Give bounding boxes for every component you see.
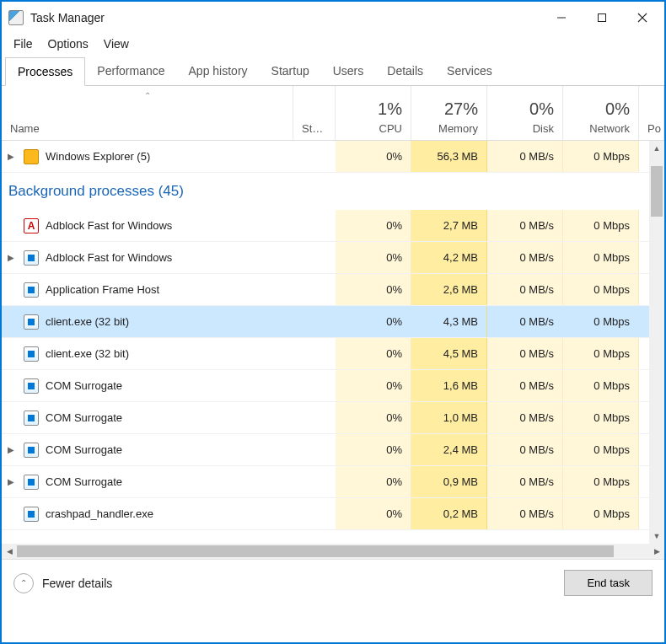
memory-value: 2,7 MB <box>411 210 487 241</box>
network-value: 0 Mbps <box>563 210 639 241</box>
table-row[interactable]: client.exe (32 bit)0%4,3 MB0 MB/s0 Mbps <box>2 306 664 338</box>
table-row[interactable]: ▶Adblock Fast for Windows0%4,2 MB0 MB/s0… <box>2 242 664 274</box>
memory-value: 0,9 MB <box>411 466 487 497</box>
process-name: COM Surrogate <box>46 379 293 392</box>
disk-value: 0 MB/s <box>487 402 563 433</box>
process-list: ▶ Windows Explorer (5) 0% 56,3 MB 0 MB/s… <box>2 141 664 544</box>
column-partial[interactable]: Po <box>639 86 664 140</box>
app-icon <box>24 443 39 458</box>
tab-users[interactable]: Users <box>321 57 376 85</box>
column-disk[interactable]: 0% Disk <box>487 86 563 140</box>
table-row[interactable]: crashpad_handler.exe0%0,2 MB0 MB/s0 Mbps <box>2 498 664 530</box>
menu-options[interactable]: Options <box>41 35 95 52</box>
tabs: Processes Performance App history Startu… <box>2 57 664 86</box>
app-icon <box>8 10 24 25</box>
process-name: COM Surrogate <box>46 443 293 456</box>
table-row[interactable]: ▶COM Surrogate0%0,9 MB0 MB/s0 Mbps <box>2 466 664 498</box>
table-row[interactable]: ▶COM Surrogate0%2,4 MB0 MB/s0 Mbps <box>2 434 664 466</box>
svg-rect-1 <box>599 14 606 22</box>
group-header-background[interactable]: Background processes (45) <box>2 173 664 210</box>
network-value: 0 Mbps <box>563 242 639 273</box>
cpu-value: 0% <box>336 141 411 172</box>
minimize-button[interactable] <box>541 4 582 31</box>
folder-icon <box>24 149 39 164</box>
network-value: 0 Mbps <box>563 370 639 401</box>
vertical-scrollbar[interactable]: ▲ ▼ <box>649 141 664 544</box>
table-row[interactable]: ▶ Windows Explorer (5) 0% 56,3 MB 0 MB/s… <box>2 141 664 173</box>
process-name: client.exe (32 bit) <box>46 347 293 360</box>
scroll-right-icon[interactable]: ▶ <box>649 547 664 555</box>
disk-value: 0 MB/s <box>487 370 563 401</box>
network-label: Network <box>589 122 630 135</box>
cpu-value: 0% <box>336 242 411 273</box>
table-row[interactable]: COM Surrogate0%1,6 MB0 MB/s0 Mbps <box>2 370 664 402</box>
network-value: 0 Mbps <box>563 466 639 497</box>
expand-icon[interactable]: ▶ <box>2 152 20 161</box>
disk-value: 0 MB/s <box>487 338 563 369</box>
memory-value: 4,2 MB <box>411 242 487 273</box>
cpu-value: 0% <box>336 402 411 433</box>
maximize-button[interactable] <box>582 4 622 31</box>
column-name[interactable]: ⌃ Name <box>2 86 293 140</box>
network-value: 0 Mbps <box>563 338 639 369</box>
table-row[interactable]: COM Surrogate0%1,0 MB0 MB/s0 Mbps <box>2 402 664 434</box>
close-button[interactable] <box>622 4 663 31</box>
scroll-thumb[interactable] <box>651 166 663 217</box>
table-row[interactable]: client.exe (32 bit)0%4,5 MB0 MB/s0 Mbps <box>2 338 664 370</box>
app-icon <box>24 314 39 330</box>
expand-icon[interactable]: ▶ <box>2 445 20 454</box>
memory-value: 2,6 MB <box>411 274 487 305</box>
horizontal-scrollbar[interactable]: ◀ ▶ <box>2 544 664 559</box>
table-row[interactable]: Application Frame Host0%2,6 MB0 MB/s0 Mb… <box>2 274 664 306</box>
fewer-details-button[interactable]: ⌃ Fewer details <box>13 573 112 593</box>
menu-view[interactable]: View <box>97 35 136 52</box>
menu-file[interactable]: File <box>7 35 40 52</box>
tab-services[interactable]: Services <box>435 57 504 85</box>
cpu-value: 0% <box>336 274 411 305</box>
process-name: COM Surrogate <box>46 411 293 424</box>
end-task-button[interactable]: End task <box>564 570 653 596</box>
memory-value: 1,6 MB <box>411 370 487 401</box>
app-icon <box>24 378 39 394</box>
scroll-up-icon[interactable]: ▲ <box>649 141 664 156</box>
network-value: 0 Mbps <box>563 306 639 337</box>
memory-value: 4,3 MB <box>411 306 487 337</box>
column-headers: ⌃ Name St… 1% CPU 27% Memory 0% Disk 0% … <box>2 86 664 141</box>
expand-icon[interactable]: ▶ <box>2 477 20 486</box>
scroll-thumb-h[interactable] <box>17 545 614 557</box>
expand-icon[interactable]: ▶ <box>2 253 20 262</box>
network-value: 0 Mbps <box>563 402 639 433</box>
memory-value: 56,3 MB <box>411 141 487 172</box>
process-name: Windows Explorer (5) <box>46 150 293 163</box>
network-value: 0 Mbps <box>563 141 639 172</box>
cpu-value: 0% <box>336 210 411 241</box>
cpu-value: 0% <box>336 306 411 337</box>
disk-summary: 0% <box>529 99 554 119</box>
table-row[interactable]: AAdblock Fast for Windows0%2,7 MB0 MB/s0… <box>2 210 664 242</box>
window-title: Task Manager <box>30 11 541 24</box>
cpu-value: 0% <box>336 370 411 401</box>
network-value: 0 Mbps <box>563 498 639 529</box>
disk-value: 0 MB/s <box>487 210 563 241</box>
column-status[interactable]: St… <box>293 86 336 140</box>
scroll-left-icon[interactable]: ◀ <box>2 547 17 555</box>
process-name: COM Surrogate <box>46 475 293 488</box>
column-memory[interactable]: 27% Memory <box>411 86 487 140</box>
app-icon <box>24 411 39 426</box>
scroll-down-icon[interactable]: ▼ <box>649 529 664 544</box>
app-icon <box>24 475 39 490</box>
tab-performance[interactable]: Performance <box>85 57 176 85</box>
tab-details[interactable]: Details <box>375 57 435 85</box>
memory-value: 4,5 MB <box>411 338 487 369</box>
disk-value: 0 MB/s <box>487 242 563 273</box>
column-cpu[interactable]: 1% CPU <box>336 86 411 140</box>
tab-app-history[interactable]: App history <box>177 57 260 85</box>
titlebar[interactable]: Task Manager <box>2 2 664 34</box>
process-name: crashpad_handler.exe <box>46 507 293 520</box>
disk-value: 0 MB/s <box>487 306 563 337</box>
column-network[interactable]: 0% Network <box>563 86 639 140</box>
tab-processes[interactable]: Processes <box>5 57 85 86</box>
cpu-value: 0% <box>336 466 411 497</box>
tab-startup[interactable]: Startup <box>260 57 321 85</box>
chevron-up-icon: ⌃ <box>13 573 34 593</box>
